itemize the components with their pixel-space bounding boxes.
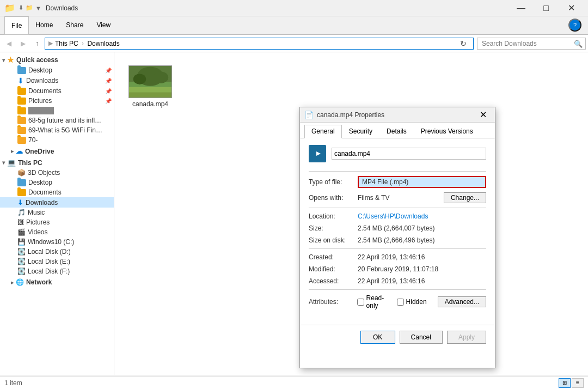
- type-of-file-value: MP4 File (.mp4): [358, 176, 486, 188]
- tab-home[interactable]: Home: [29, 16, 59, 34]
- size-on-disk-value: 2.54 MB (2,666,496 bytes): [358, 236, 486, 244]
- sidebar-item-local-f[interactable]: 💽 Local Disk (F:): [0, 266, 114, 276]
- properties-dialog: 📄 canada.mp4 Properties ✕ General Securi…: [299, 107, 495, 368]
- sidebar-item-music[interactable]: 🎵 Music: [0, 208, 114, 217]
- sidebar-item-label: Local Disk (F:): [28, 268, 70, 275]
- path-downloads: Downloads: [87, 40, 119, 47]
- folder-icon: [17, 179, 26, 186]
- dialog-tab-bar: General Security Details Previous Versio…: [300, 123, 495, 138]
- tab-view[interactable]: View: [90, 16, 117, 34]
- sidebar-item-3dobjects[interactable]: 📦 3D Objects: [0, 168, 114, 178]
- dialog-tab-previous-versions[interactable]: Previous Versions: [414, 125, 480, 138]
- dialog-tab-details[interactable]: Details: [379, 125, 414, 138]
- sidebar-item-label: Music: [28, 209, 45, 216]
- forward-button[interactable]: ▶: [16, 37, 29, 50]
- dialog-tab-general[interactable]: General: [304, 125, 342, 138]
- dialog-close-button[interactable]: ✕: [475, 107, 491, 123]
- cancel-button[interactable]: Cancel: [400, 331, 443, 344]
- size-on-disk-label: Size on disk:: [309, 236, 358, 244]
- expand-icon: ▸: [11, 279, 14, 285]
- sidebar-item-documents-qa[interactable]: Documents 📌: [0, 86, 114, 96]
- quick-access-label: Quick access: [16, 56, 58, 64]
- refresh-button[interactable]: ↻: [457, 37, 470, 50]
- onedrive-label: OneDrive: [25, 148, 54, 155]
- tab-file[interactable]: File: [4, 16, 29, 34]
- network-label: Network: [26, 278, 52, 286]
- sidebar-item-desktop[interactable]: Desktop: [0, 178, 114, 187]
- sidebar-item-pictures-qa[interactable]: Pictures 📌: [0, 96, 114, 106]
- window-controls: — □ ✕: [509, 0, 584, 16]
- folder-icon: [17, 67, 26, 74]
- advanced-button[interactable]: Advanced...: [438, 296, 486, 307]
- modified-value: 20 February 2019, 11:07:18: [358, 265, 486, 273]
- search-icon: 🔍: [574, 39, 583, 47]
- sidebar-item-downloads-qa[interactable]: ⬇ Downloads 📌: [0, 75, 114, 86]
- sidebar-item-68-qa[interactable]: 68-5g future and its influence: [0, 116, 114, 125]
- maximize-button[interactable]: □: [534, 0, 559, 16]
- tab-share[interactable]: Share: [59, 16, 90, 34]
- folder-icon: [17, 189, 26, 196]
- sidebar-item-70-qa[interactable]: 70-: [0, 135, 114, 145]
- network-header[interactable]: ▸ 🌐 Network: [0, 277, 114, 287]
- modified-label: Modified:: [309, 265, 358, 273]
- file-item-canada[interactable]: canada.mp4: [123, 61, 177, 112]
- sidebar-item-videos[interactable]: 🎬 Videos: [0, 227, 114, 237]
- up-button[interactable]: ↑: [30, 37, 44, 50]
- sidebar-item-windows-c[interactable]: 💾 Windows10 (C:): [0, 237, 114, 247]
- thumbnail-svg: [129, 65, 171, 98]
- readonly-checkbox[interactable]: [357, 299, 364, 306]
- svg-point-3: [133, 74, 146, 84]
- sidebar-item-label: Local Disk (E:): [28, 258, 70, 265]
- content-area: canada.mp4 📄 canada.mp4 Properties ✕ Gen…: [114, 52, 588, 375]
- location-value: C:\Users\HP\Downloads: [358, 212, 486, 220]
- help-button[interactable]: ?: [568, 19, 581, 32]
- sidebar: ▾ ★ Quick access Desktop 📌 ⬇ Downloads 📌…: [0, 52, 114, 375]
- main-layout: ▾ ★ Quick access Desktop 📌 ⬇ Downloads 📌…: [0, 52, 588, 375]
- ribbon: File Home Share View ?: [0, 16, 588, 35]
- location-label: Location:: [309, 212, 358, 220]
- opens-with-label: Opens with:: [309, 194, 358, 202]
- onedrive-header[interactable]: ▸ ☁ OneDrive: [0, 146, 114, 156]
- search-input[interactable]: [477, 38, 586, 50]
- dialog-body: Type of file: MP4 File (.mp4) Opens with…: [300, 138, 495, 320]
- sidebar-item-local-d[interactable]: 💽 Local Disk (D:): [0, 247, 114, 257]
- view-large-icons[interactable]: ⊞: [559, 378, 571, 388]
- apply-button[interactable]: Apply: [447, 331, 486, 344]
- sidebar-item-local-e[interactable]: 💽 Local Disk (E:): [0, 257, 114, 266]
- type-of-file-row: Type of file: MP4 File (.mp4): [309, 176, 486, 188]
- statusbar: 1 item ⊞ ≡: [0, 376, 588, 389]
- thispc-header[interactable]: ▾ 💻 This PC: [0, 157, 114, 168]
- sidebar-item-desktop-qa[interactable]: Desktop 📌: [0, 65, 114, 75]
- ok-button[interactable]: OK: [360, 331, 395, 344]
- sidebar-item-downloads[interactable]: ⬇ Downloads: [0, 197, 114, 208]
- file-name-input[interactable]: [332, 148, 486, 160]
- dialog-footer: OK Cancel Apply: [300, 325, 495, 349]
- attributes-row: Attributes: Read-only Hidden Advanced...: [309, 294, 486, 309]
- file-header: [309, 145, 486, 162]
- attributes-label: Attributes:: [309, 298, 351, 306]
- view-details[interactable]: ≡: [572, 378, 584, 388]
- sidebar-item-label: 69-What is 5G WiFi Find Differ: [28, 126, 105, 134]
- sidebar-item-redacted-qa[interactable]: redacted: [0, 106, 114, 116]
- quick-access-header[interactable]: ▾ ★ Quick access: [0, 54, 114, 65]
- titlebar-text: Downloads: [46, 4, 509, 12]
- close-button[interactable]: ✕: [559, 0, 584, 16]
- sidebar-item-label: Pictures: [28, 97, 52, 105]
- change-button[interactable]: Change...: [444, 192, 486, 203]
- sidebar-item-69-qa[interactable]: 69-What is 5G WiFi Find Differ: [0, 125, 114, 135]
- sidebar-item-pictures[interactable]: 🖼 Pictures: [0, 217, 114, 227]
- sidebar-item-label: Windows10 (C:): [28, 238, 74, 246]
- pin-icon: 📌: [105, 68, 112, 74]
- titlebar: 📁 ⬇ 📁 ▼ Downloads — □ ✕: [0, 0, 588, 16]
- back-button[interactable]: ◀: [2, 37, 15, 50]
- sidebar-item-documents[interactable]: Documents: [0, 187, 114, 197]
- hidden-checkbox-container: Hidden: [397, 298, 427, 306]
- size-row: Size: 2.54 MB (2,664,007 bytes): [309, 224, 486, 232]
- sidebar-item-label: Desktop: [28, 66, 52, 74]
- dialog-tab-security[interactable]: Security: [342, 125, 379, 138]
- address-bar[interactable]: ▶ This PC › Downloads ↻: [45, 38, 474, 50]
- quick-access-section: ▾ ★ Quick access Desktop 📌 ⬇ Downloads 📌…: [0, 54, 114, 145]
- created-row: Created: 22 April 2019, 13:46:16: [309, 253, 486, 261]
- minimize-button[interactable]: —: [509, 0, 534, 16]
- hidden-checkbox[interactable]: [397, 299, 404, 306]
